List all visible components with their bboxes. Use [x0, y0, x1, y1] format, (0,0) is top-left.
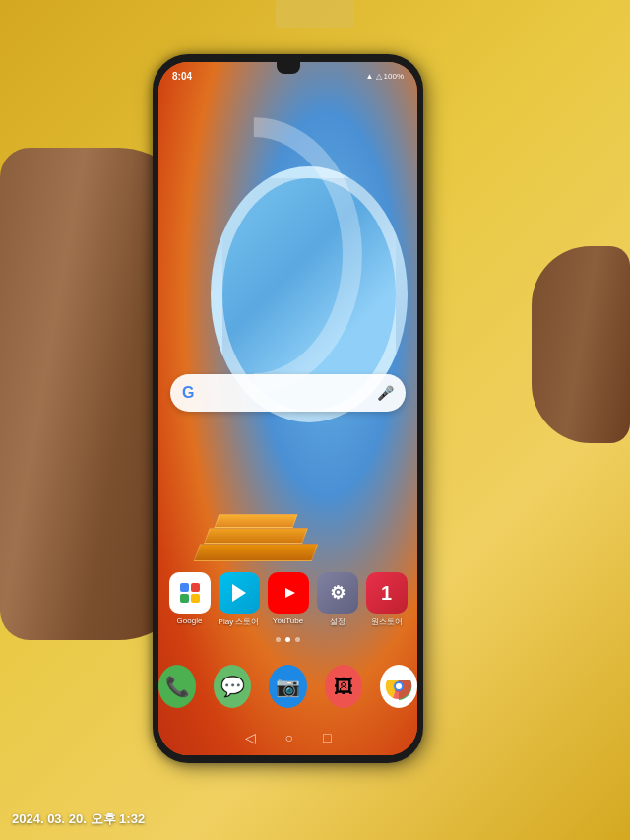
app-icon-settings[interactable]: ⚙ — [317, 572, 358, 614]
page-dot-2 — [285, 637, 290, 642]
app-label-playstore: Play 스토어 — [219, 616, 260, 627]
page-dots — [158, 637, 417, 642]
app-item-settings[interactable]: ⚙ 설정 — [317, 572, 358, 627]
wallpaper-box-1 — [194, 544, 319, 561]
svg-rect-0 — [180, 583, 189, 592]
nav-recent-button[interactable]: □ — [323, 730, 331, 745]
phone-body: 8:04 ▲ △ 100% G 🎤 — [153, 54, 423, 763]
nav-home-button[interactable]: ○ — [285, 730, 293, 745]
status-icons: ▲ △ 100% — [366, 72, 404, 81]
app-item-playstore[interactable]: Play 스토어 — [219, 572, 260, 627]
svg-point-10 — [396, 683, 402, 689]
signal-icon: ▲ — [366, 72, 374, 81]
google-search-bar[interactable]: G 🎤 — [170, 374, 406, 412]
battery-icon: 100% — [384, 72, 404, 81]
dock-chrome[interactable] — [380, 665, 417, 708]
svg-rect-2 — [180, 594, 189, 603]
google-logo: G — [182, 384, 194, 402]
app-item-youtube[interactable]: YouTube — [268, 572, 309, 627]
app-label-settings: 설정 — [330, 616, 346, 627]
dock-camera[interactable]: 📷 — [269, 665, 306, 708]
app-icon-onestore[interactable]: 1 — [366, 572, 408, 614]
wallpaper-box-3 — [215, 514, 298, 528]
app-item-google[interactable]: Google — [169, 572, 211, 627]
app-icon-google[interactable] — [169, 572, 211, 614]
google-mic-icon[interactable]: 🎤 — [377, 385, 394, 401]
dock-phone[interactable]: 📞 — [158, 665, 196, 708]
svg-rect-3 — [191, 594, 200, 603]
svg-rect-1 — [191, 583, 200, 592]
status-time: 8:04 — [172, 71, 192, 82]
dock-messages[interactable]: 💬 — [214, 665, 251, 708]
page-dot-1 — [276, 637, 281, 642]
wallpaper-box-2 — [205, 528, 309, 544]
wifi-icon: △ — [376, 72, 382, 81]
phone-screen: 8:04 ▲ △ 100% G 🎤 — [158, 62, 417, 755]
nav-bar: ◁ ○ □ — [158, 730, 417, 745]
app-icon-youtube[interactable] — [268, 572, 309, 614]
dock-gallery[interactable]: 🖼 — [325, 665, 362, 708]
hand-right — [532, 246, 630, 443]
nav-back-button[interactable]: ◁ — [245, 730, 256, 745]
app-label-onestore: 원스토어 — [371, 616, 403, 627]
app-icon-playstore[interactable] — [219, 572, 260, 614]
dock: 📞 💬 📷 🖼 — [158, 665, 417, 708]
notch — [277, 62, 300, 74]
app-icons-row: Google Play 스토어 YouTu — [158, 572, 417, 627]
app-item-onestore[interactable]: 1 원스토어 — [366, 572, 408, 627]
tape — [276, 0, 354, 28]
app-label-google: Google — [177, 616, 203, 625]
svg-marker-4 — [232, 584, 246, 602]
app-label-youtube: YouTube — [273, 616, 303, 625]
timestamp: 2024. 03. 20. 오후 1:32 — [12, 810, 145, 828]
wallpaper-boxes — [197, 483, 417, 561]
page-dot-3 — [295, 637, 300, 642]
